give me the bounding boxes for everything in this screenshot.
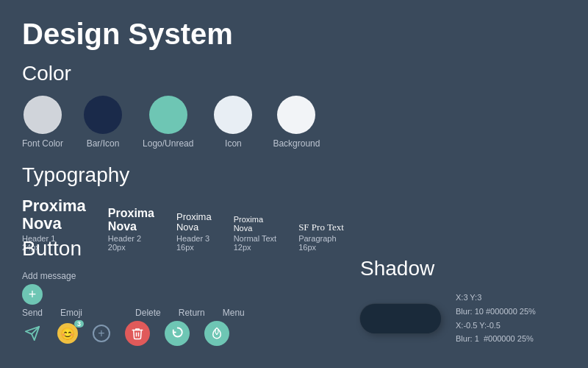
swatch-logo-unread: Logo/Unread [143, 96, 193, 149]
add-small-button[interactable]: + [93, 325, 110, 342]
type-paragraph-font: SF Pro Text [298, 222, 344, 233]
shadow-pill [360, 304, 441, 333]
send-button[interactable] [22, 323, 43, 344]
delete-button[interactable] [125, 321, 150, 346]
swatch-bar-icon: Bar/Icon [84, 96, 122, 149]
swatch-circle-background [277, 96, 315, 134]
type-header2-font: ProximaNova [108, 207, 154, 233]
shadow-detail-2: Blur: 10 #000000 25% [456, 305, 536, 319]
return-label: Return [179, 308, 205, 318]
swatch-circle-bar-icon [84, 96, 122, 134]
swatch-label-icon: Icon [225, 138, 242, 149]
swatch-circle-icon [214, 96, 252, 134]
swatch-font-color: Font Color [22, 96, 63, 149]
emoji-button[interactable]: 😊 3 [57, 323, 78, 344]
color-section: Color Font Color Bar/Icon Logo/Unread Ic… [22, 62, 566, 149]
swatch-circle-font-color [24, 96, 62, 134]
type-header1-font: ProximaNova [22, 197, 86, 233]
type-paragraph: SF Pro Text Paragraph16px [298, 222, 344, 252]
shadow-section: Shadow X:3 Y:3 Blur: 10 #000000 25% X:-0… [360, 257, 566, 346]
add-message-button[interactable]: + [22, 284, 43, 305]
shadow-labels: X:3 Y:3 Blur: 10 #000000 25% X:-0.5 Y:-0… [456, 291, 536, 346]
shadow-section-title: Shadow [360, 257, 566, 280]
swatch-circle-logo-unread [149, 96, 187, 134]
swatch-icon: Icon [214, 96, 252, 149]
button-labels-row: Send Emoji Delete Return Menu [22, 308, 301, 318]
page-title: Design System [22, 18, 566, 50]
shadow-detail-3: X:-0.5 Y:-0.5 [456, 319, 536, 333]
type-header3-font: ProximaNova [176, 212, 212, 233]
shadow-detail-1: X:3 Y:3 [456, 291, 536, 305]
button-section: Button Add message + Send Emoji Delete R… [22, 237, 301, 346]
menu-button[interactable] [204, 321, 229, 346]
shadow-demo: X:3 Y:3 Blur: 10 #000000 25% X:-0.5 Y:-0… [360, 291, 566, 346]
swatch-background: Background [273, 96, 320, 149]
type-normal-font: ProximaNova [234, 215, 276, 233]
emoji-badge: 3 [74, 320, 84, 328]
emoji-label: Emoji [60, 308, 82, 318]
button-section-title: Button [22, 237, 301, 261]
send-label: Send [22, 308, 43, 318]
delete-label: Delete [135, 308, 161, 318]
swatch-label-bar-icon: Bar/Icon [87, 138, 120, 149]
swatch-label-font-color: Font Color [22, 138, 63, 149]
typography-section-title: Typography [22, 163, 566, 187]
swatch-label-background: Background [273, 138, 320, 149]
color-section-title: Color [22, 62, 566, 85]
swatch-label-logo-unread: Logo/Unread [143, 138, 193, 149]
shadow-detail-4: Blur: 1 #000000 25% [456, 332, 536, 346]
return-button[interactable] [165, 321, 190, 346]
menu-label: Menu [223, 308, 245, 318]
color-swatches: Font Color Bar/Icon Logo/Unread Icon Bac… [22, 96, 566, 149]
type-paragraph-label: Paragraph16px [298, 234, 344, 252]
button-icons-row: 😊 3 + [22, 321, 301, 346]
add-message-label: Add message [22, 271, 301, 281]
